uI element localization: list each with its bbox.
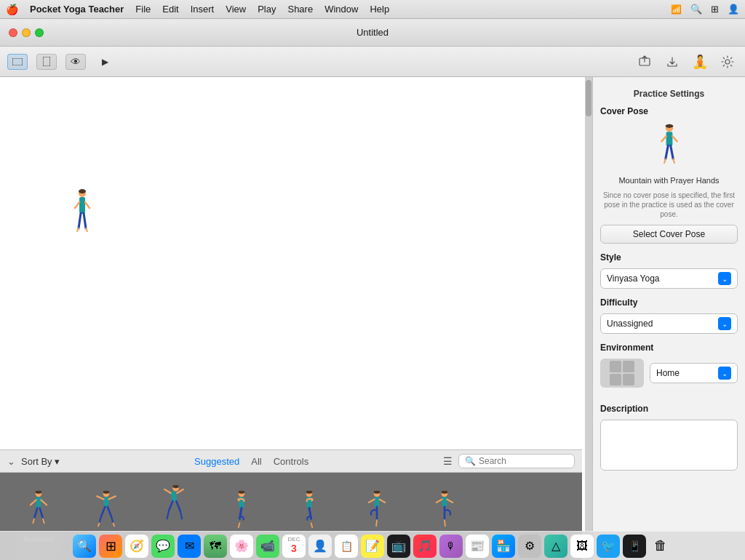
svg-line-31 — [111, 516, 113, 523]
view-desktop-btn[interactable] — [7, 54, 28, 70]
dock-testflight[interactable]: △ — [544, 535, 567, 558]
dock-music[interactable]: 🎵 — [413, 535, 437, 558]
canvas-area[interactable] — [0, 77, 585, 449]
menu-share[interactable]: Share — [287, 4, 313, 15]
tab-suggested[interactable]: Suggested — [194, 456, 239, 467]
tab-all[interactable]: All — [251, 456, 261, 467]
app-name[interactable]: Pocket Yoga Teacher — [30, 4, 124, 15]
preview-btn[interactable]: 👁 — [65, 54, 86, 70]
dock-iphone-mirroring[interactable]: 📱 — [623, 535, 646, 558]
user-icon[interactable]: 👤 — [728, 4, 739, 15]
list-view-icon[interactable]: ☰ — [443, 455, 453, 467]
export-icon[interactable] — [662, 52, 682, 72]
description-label: Description — [600, 404, 738, 414]
dock-tv[interactable]: 📺 — [387, 535, 410, 558]
svg-line-18 — [41, 500, 47, 505]
svg-point-3 — [725, 60, 730, 64]
view-ipad-btn[interactable] — [36, 54, 57, 70]
svg-line-73 — [665, 145, 668, 159]
dock-launchpad[interactable]: ⊞ — [99, 535, 122, 558]
close-button[interactable] — [9, 28, 17, 37]
search-icon[interactable]: 🔍 — [690, 4, 702, 15]
minimize-button[interactable] — [22, 28, 31, 37]
settings-icon[interactable] — [717, 52, 738, 72]
dock-reminders[interactable]: 📋 — [335, 535, 358, 558]
svg-line-66 — [445, 520, 445, 527]
pose-figure — [423, 489, 466, 532]
dock-twitter[interactable]: 🐦 — [597, 535, 620, 558]
environment-dropdown-arrow: ⌄ — [718, 367, 731, 380]
svg-line-13 — [86, 228, 87, 231]
dock-trash[interactable]: 🗑 — [649, 535, 672, 558]
difficulty-value: Unassigned — [607, 319, 718, 329]
menu-file[interactable]: File — [135, 4, 151, 15]
dock-photos[interactable]: 🌸 — [230, 535, 253, 558]
style-dropdown[interactable]: Vinyasa Yoga ⌄ — [600, 268, 738, 289]
dock-maps[interactable]: 🗺 — [204, 535, 227, 558]
play-btn[interactable]: ▶ — [95, 54, 115, 70]
menu-help[interactable]: Help — [370, 4, 389, 15]
filter-tabs: Suggested All Controls — [194, 456, 308, 467]
control-center-icon[interactable]: ⊞ — [711, 4, 719, 15]
svg-point-54 — [373, 491, 380, 494]
svg-line-8 — [85, 202, 89, 208]
description-textarea[interactable] — [600, 420, 738, 471]
yoga-figure-icon[interactable]: 🧘 — [690, 52, 710, 72]
dock-notes[interactable]: 📝 — [361, 535, 384, 558]
toolbar: 👁 ▶ 🧘 — [0, 47, 745, 77]
style-label: Style — [600, 252, 738, 263]
svg-point-5 — [79, 189, 86, 193]
dock-calendar[interactable]: DEC3 — [282, 535, 306, 558]
maximize-button[interactable] — [35, 28, 44, 37]
menu-insert[interactable]: Insert — [191, 4, 215, 15]
cover-pose-label: Cover Pose — [600, 106, 738, 116]
scrollbar-thumb[interactable] — [586, 80, 591, 116]
menu-play[interactable]: Play — [258, 4, 276, 15]
sort-by-button[interactable]: Sort By ▾ — [21, 456, 60, 467]
dock-news[interactable]: 📰 — [466, 535, 489, 558]
canvas-pose-figure — [64, 186, 100, 244]
select-cover-pose-button[interactable]: Select Cover Pose — [600, 225, 738, 244]
svg-point-44 — [238, 491, 244, 494]
svg-line-74 — [670, 145, 673, 159]
svg-line-63 — [436, 500, 442, 503]
sort-chevron[interactable]: ⌄ — [7, 456, 15, 467]
dock-finder[interactable]: 🔍 — [73, 535, 96, 558]
svg-line-33 — [113, 523, 114, 526]
tab-controls[interactable]: Controls — [274, 456, 308, 467]
menu-edit[interactable]: Edit — [162, 4, 178, 15]
svg-line-64 — [447, 500, 453, 503]
dock-facetime[interactable]: 📹 — [256, 535, 279, 558]
environment-dropdown[interactable]: Home ⌄ — [650, 363, 738, 383]
cover-pose-area: Mountain with Prayer Hands — [600, 122, 738, 185]
menu-view[interactable]: View — [226, 4, 246, 15]
sort-icons: ☰ — [443, 455, 453, 467]
dock-contacts[interactable]: 👤 — [308, 535, 332, 558]
svg-rect-25 — [103, 497, 108, 507]
dock-systemprefs[interactable]: ⚙ — [518, 535, 541, 558]
svg-point-68 — [665, 124, 673, 128]
pose-figure — [84, 489, 128, 532]
content-row: ⌄ Sort By ▾ Suggested All Controls ☰ 🔍 — [0, 77, 745, 560]
dock-mail[interactable]: ✉ — [178, 535, 201, 558]
apple-menu[interactable]: 🍎 — [6, 4, 18, 15]
svg-line-56 — [368, 500, 374, 503]
share-sheet-icon[interactable] — [634, 52, 655, 72]
svg-rect-55 — [374, 497, 379, 507]
svg-rect-16 — [36, 497, 41, 508]
dock-safari[interactable]: 🧭 — [125, 535, 148, 558]
dock-messages[interactable]: 💬 — [151, 535, 175, 558]
svg-point-49 — [306, 491, 312, 494]
dock-podcasts[interactable]: 🎙 — [439, 535, 463, 558]
search-input[interactable] — [479, 456, 568, 466]
svg-line-11 — [84, 213, 86, 228]
vertical-scrollbar[interactable] — [585, 77, 592, 560]
dock-preview[interactable]: 🖼 — [570, 535, 594, 558]
toolbar-right: 🧘 — [634, 52, 738, 72]
search-box[interactable]: 🔍 — [458, 454, 575, 468]
traffic-lights — [0, 28, 44, 37]
svg-rect-36 — [170, 491, 177, 502]
menu-window[interactable]: Window — [324, 4, 358, 15]
dock-appstore[interactable]: 🏪 — [492, 535, 515, 558]
difficulty-dropdown[interactable]: Unassigned ⌄ — [600, 313, 738, 334]
